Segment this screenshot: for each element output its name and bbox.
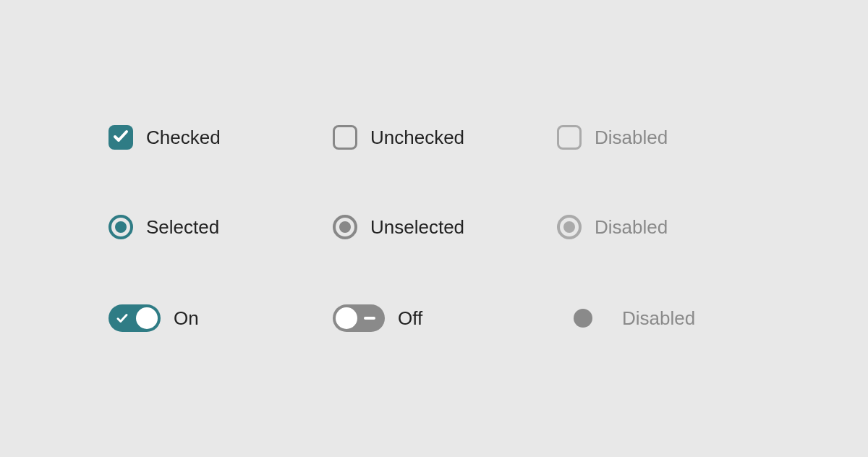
radio-disabled-label: Disabled: [595, 216, 668, 239]
switch-off-label: Off: [398, 307, 422, 330]
switch-on-item: On: [109, 304, 311, 332]
checkbox-unchecked-label: Unchecked: [370, 127, 464, 149]
radio-selected[interactable]: [109, 215, 133, 239]
checkbox-disabled-label: Disabled: [595, 127, 668, 149]
radio-disabled-item: Disabled: [557, 215, 760, 239]
checkbox-checked-label: Checked: [146, 127, 221, 149]
switch-disabled-item: Disabled: [557, 304, 760, 332]
dash-icon: [364, 317, 375, 320]
checkbox-disabled-item: Disabled: [557, 125, 760, 150]
switch-disabled-dot-icon: [574, 309, 592, 328]
switch-on-label: On: [174, 307, 199, 330]
switch-thumb: [136, 307, 158, 329]
radio-unselected-label: Unselected: [370, 216, 464, 239]
check-icon: [112, 127, 129, 148]
check-icon: [116, 312, 129, 325]
checkbox-unchecked-item: Unchecked: [333, 125, 535, 150]
radio-unselected-item: Unselected: [333, 215, 535, 239]
radio-selected-label: Selected: [146, 216, 219, 239]
controls-grid: Checked Unchecked Disabled Selected Unse…: [109, 125, 760, 332]
checkbox-disabled: [557, 125, 582, 150]
checkbox-checked[interactable]: [109, 125, 133, 150]
switch-disabled-label: Disabled: [622, 307, 695, 330]
switch-thumb: [336, 307, 357, 329]
radio-disabled: [557, 215, 582, 239]
radio-unselected[interactable]: [333, 215, 357, 239]
switch-off-item: Off: [333, 304, 535, 332]
radio-selected-item: Selected: [109, 215, 311, 239]
switch-disabled: [557, 304, 609, 332]
switch-off[interactable]: [333, 304, 385, 332]
checkbox-unchecked[interactable]: [333, 125, 357, 150]
switch-on[interactable]: [109, 304, 161, 332]
checkbox-checked-item: Checked: [109, 125, 311, 150]
